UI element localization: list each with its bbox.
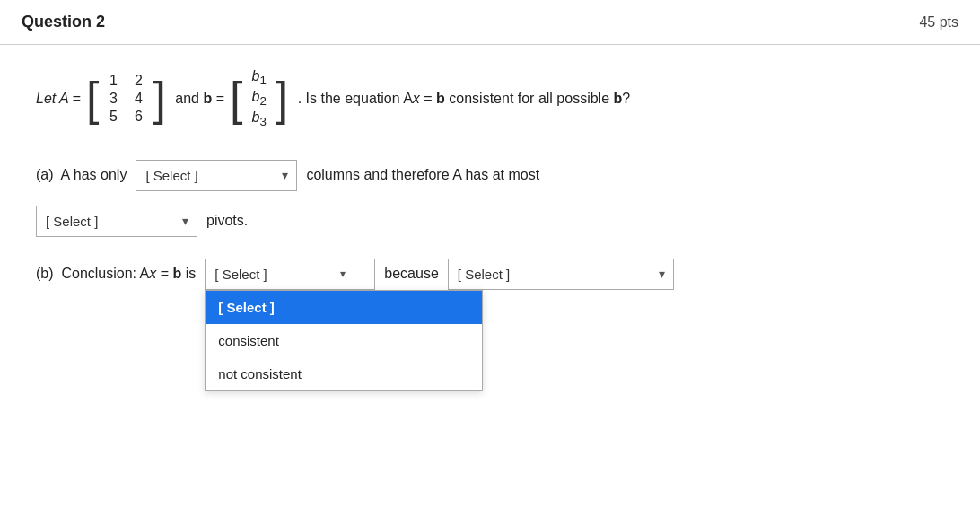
because-text: because xyxy=(384,266,439,282)
vector-b-cell-2: b2 xyxy=(252,89,267,108)
dropdown-item-not-consistent[interactable]: not consistent xyxy=(206,357,482,390)
matrix-a-cell-2-2: 4 xyxy=(133,91,144,107)
matrix-a-bracket-right: ] xyxy=(153,75,165,122)
vector-b-cell-3: b3 xyxy=(252,110,267,128)
matrix-a-cell-3-2: 6 xyxy=(133,109,144,125)
matrix-a-row-3: 5 6 xyxy=(108,109,144,125)
matrix-a-cell-3-1: 5 xyxy=(108,109,118,125)
vector-b-bracket-right: ] xyxy=(276,75,288,122)
part-a-container: (a) A has only [ Select ] 1 2 3 columns … xyxy=(36,160,944,237)
part-b-label: (b) Conclusion: Ax = b is xyxy=(36,266,196,282)
question-text: . Is the equation Ax = b consistent for … xyxy=(293,91,630,107)
let-text: Let A = xyxy=(36,91,81,107)
matrix-a-rows: 1 2 3 4 5 6 xyxy=(102,71,149,127)
part-b-select2-wrapper: [ Select ] there is a pivot in every row… xyxy=(448,259,674,290)
matrix-a-row-2: 3 4 xyxy=(108,91,144,107)
vector-b-row-3: b3 xyxy=(252,110,267,128)
part-b-select-value: [ Select ] xyxy=(214,267,267,282)
matrix-a-bracket-left: [ xyxy=(86,75,99,122)
part-a-row-2: [ Select ] 1 2 3 pivots. xyxy=(36,206,944,237)
part-a-select1-wrapper: [ Select ] 1 2 3 xyxy=(136,160,297,191)
dropdown-item-consistent[interactable]: consistent xyxy=(206,324,482,357)
problem-statement: Let A = [ 1 2 3 4 5 6 xyxy=(36,66,944,131)
question-title: Question 2 xyxy=(22,13,105,31)
question-body: Let A = [ 1 2 3 4 5 6 xyxy=(0,45,980,311)
part-a-row-1: (a) A has only [ Select ] 1 2 3 columns … xyxy=(36,160,944,191)
part-a-select2[interactable]: [ Select ] 1 2 3 xyxy=(36,206,197,237)
vector-b-container: [ b1 b2 b3 ] xyxy=(230,66,288,131)
matrix-a-cell-2-1: 3 xyxy=(108,91,118,107)
part-b-select-trigger[interactable]: [ Select ] ▾ xyxy=(205,259,375,290)
vector-b-row-2: b2 xyxy=(252,89,267,108)
part-a-columns-text: columns and therefore A has at most xyxy=(306,167,539,183)
question-points: 45 pts xyxy=(919,14,958,31)
vector-b-rows: b1 b2 b3 xyxy=(247,66,272,131)
and-text: and b = xyxy=(171,91,224,107)
vector-b-bracket-left: [ xyxy=(230,75,242,122)
part-b-dropdown-container: [ Select ] ▾ [ Select ] consistent not c… xyxy=(205,259,375,290)
matrix-a-cell-1-2: 2 xyxy=(133,73,144,89)
part-a-select2-wrapper: [ Select ] 1 2 3 xyxy=(36,206,197,237)
part-b-container: (b) Conclusion: Ax = b is [ Select ] ▾ [… xyxy=(36,259,944,290)
matrix-a-cell-1-1: 1 xyxy=(108,73,118,89)
matrix-a-row-1: 1 2 xyxy=(108,73,144,89)
part-a-select1[interactable]: [ Select ] 1 2 3 xyxy=(136,160,297,191)
part-b-select2[interactable]: [ Select ] there is a pivot in every row… xyxy=(448,259,674,290)
part-a-label: (a) A has only xyxy=(36,167,127,183)
matrix-a-container: [ 1 2 3 4 5 6 ] xyxy=(86,71,166,127)
part-a-pivots-text: pivots. xyxy=(206,213,248,229)
dropdown-item-select[interactable]: [ Select ] xyxy=(206,291,482,324)
vector-b-row-1: b1 xyxy=(252,68,267,87)
part-b-chevron-icon: ▾ xyxy=(340,267,346,280)
part-b-row: (b) Conclusion: Ax = b is [ Select ] ▾ [… xyxy=(36,259,944,290)
question-header: Question 2 45 pts xyxy=(0,0,980,45)
part-b-dropdown-menu: [ Select ] consistent not consistent xyxy=(205,290,483,391)
vector-b-cell-1: b1 xyxy=(252,68,267,87)
